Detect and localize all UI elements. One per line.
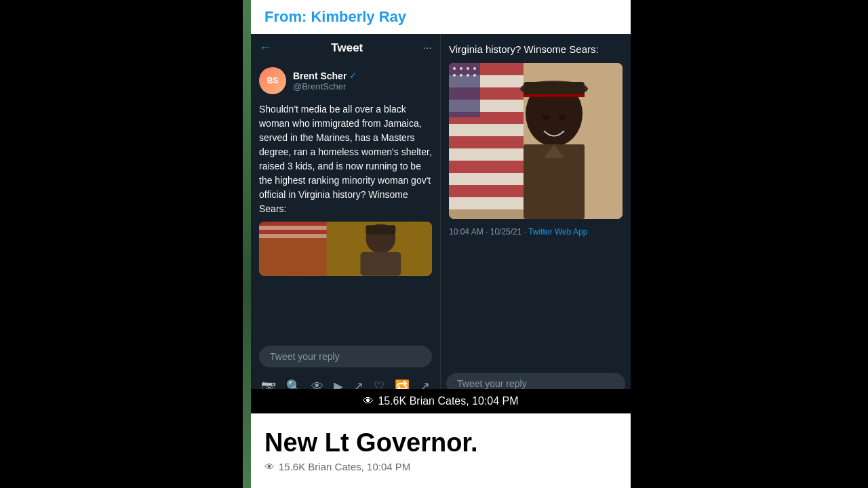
svg-point-26 xyxy=(467,67,469,70)
stats-text: 15.6K Brian Cates, 10:04 PM xyxy=(378,395,518,407)
svg-point-25 xyxy=(460,67,462,70)
user-name: Brent Scher xyxy=(293,70,347,81)
right-black-panel xyxy=(631,0,868,488)
svg-point-28 xyxy=(453,74,456,77)
tweet-container: ← Tweet ··· BS Brent Scher ✓ @BrentScher xyxy=(251,34,631,400)
bottom-section: New Lt Governor. 👁 15.6K Brian Cates, 10… xyxy=(251,413,631,488)
tweet-right-panel: Virginia history? Winsome Sears: xyxy=(441,34,631,400)
tweet-timestamp: 10:04 AM · 10/25/21 · Twitter Web App xyxy=(449,224,623,239)
user-details: Brent Scher ✓ @BrentScher xyxy=(293,70,432,92)
from-header-text: From: Kimberly Ray xyxy=(264,8,406,26)
timestamp-text: 10:04 AM · 10/25/21 · xyxy=(449,227,528,237)
svg-rect-8 xyxy=(366,225,395,235)
svg-point-27 xyxy=(473,67,476,70)
portrait-svg xyxy=(449,63,623,219)
tweet-image-inner xyxy=(259,222,432,276)
svg-point-38 xyxy=(542,115,550,120)
svg-rect-4 xyxy=(259,230,327,234)
portrait-container xyxy=(449,63,623,219)
svg-rect-5 xyxy=(259,234,327,238)
svg-rect-17 xyxy=(449,136,524,148)
tweet-image-preview xyxy=(259,222,432,276)
svg-rect-2 xyxy=(259,222,327,226)
reply-input-left[interactable]: Tweet your reply xyxy=(259,346,432,367)
svg-rect-20 xyxy=(449,173,524,185)
verified-badge-icon: ✓ xyxy=(349,70,357,81)
back-arrow-icon[interactable]: ← xyxy=(259,41,271,55)
tweet-right-content: Virginia history? Winsome Sears: xyxy=(441,34,631,247)
tweet-left-panel: ← Tweet ··· BS Brent Scher ✓ @BrentScher xyxy=(251,34,441,400)
reply-box-left[interactable]: Tweet your reply xyxy=(251,340,440,373)
tweet-text: Shouldn't media be all over a black woma… xyxy=(251,100,440,222)
svg-rect-19 xyxy=(449,161,524,173)
svg-point-31 xyxy=(473,74,476,77)
bottom-title: New Lt Governor. xyxy=(264,429,617,458)
svg-rect-16 xyxy=(449,124,524,136)
tweet-header: ← Tweet ··· xyxy=(251,34,440,62)
tweet-title-label: Tweet xyxy=(331,41,363,55)
more-options-icon[interactable]: ··· xyxy=(423,42,432,54)
bottom-eye-icon: 👁 xyxy=(264,461,275,472)
portrait-bg xyxy=(449,63,623,219)
svg-rect-7 xyxy=(360,252,401,276)
svg-point-24 xyxy=(453,67,456,70)
tweet-title-area: Tweet xyxy=(271,41,423,55)
svg-rect-21 xyxy=(449,185,524,197)
from-header: From: Kimberly Ray xyxy=(251,0,631,34)
avatar: BS xyxy=(259,67,286,94)
eye-icon-stats: 👁 xyxy=(363,395,374,407)
svg-rect-3 xyxy=(259,226,327,230)
twitter-web-app-link[interactable]: Twitter Web App xyxy=(528,227,587,237)
user-name-row: Brent Scher ✓ xyxy=(293,70,432,81)
svg-rect-35 xyxy=(524,94,585,97)
svg-point-29 xyxy=(460,74,462,77)
svg-rect-18 xyxy=(449,148,524,161)
user-handle: @BrentScher xyxy=(293,81,432,92)
svg-point-30 xyxy=(467,74,469,77)
svg-point-39 xyxy=(558,115,566,120)
svg-rect-22 xyxy=(449,197,524,209)
decorative-strip xyxy=(243,0,251,488)
tweet-right-text: Virginia history? Winsome Sears: xyxy=(449,42,623,56)
user-info: BS Brent Scher ✓ @BrentScher xyxy=(251,62,440,100)
svg-rect-23 xyxy=(449,63,480,117)
preview-svg xyxy=(259,222,432,276)
bottom-stats: 👁 15.6K Brian Cates, 10:04 PM xyxy=(264,461,617,472)
left-black-panel xyxy=(0,0,251,488)
stats-bar: 👁 15.6K Brian Cates, 10:04 PM xyxy=(251,389,631,413)
bottom-stats-text: 15.6K Brian Cates, 10:04 PM xyxy=(279,461,410,472)
